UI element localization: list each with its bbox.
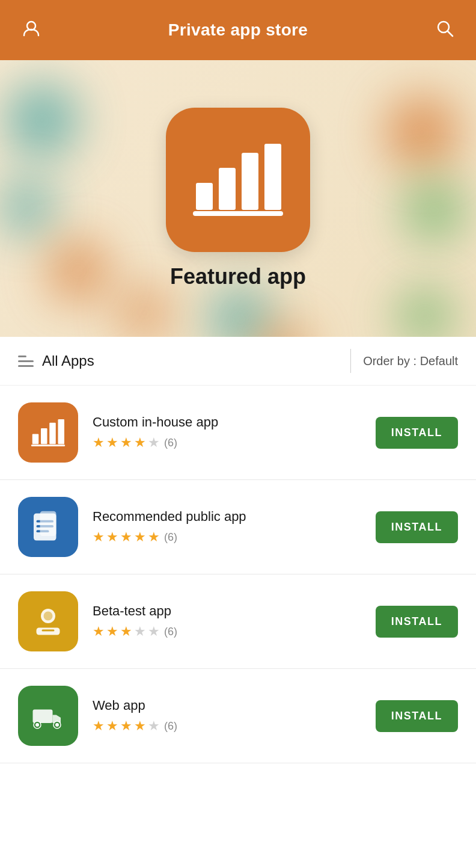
star-1: ★ (93, 435, 105, 451)
star-4: ★ (134, 435, 146, 451)
app-name: Custom in-house app (93, 414, 361, 430)
search-icon[interactable] (435, 19, 454, 42)
svg-line-2 (448, 31, 453, 36)
star-5: ★ (148, 624, 160, 639)
app-name: Beta-test app (93, 603, 361, 619)
filter-bar: All Apps Order by : Default (0, 337, 476, 386)
divider (350, 349, 351, 373)
app-icon-beta-test[interactable] (18, 591, 78, 651)
star-3: ★ (120, 624, 132, 639)
star-2: ★ (106, 624, 118, 639)
featured-banner: Featured app (0, 60, 476, 337)
star-2: ★ (106, 529, 118, 545)
app-icon-web-app[interactable] (18, 686, 78, 746)
star-4: ★ (134, 718, 146, 734)
rating-count: (6) (164, 720, 177, 733)
app-icon-custom-inhouse[interactable] (18, 402, 78, 463)
svg-rect-7 (193, 211, 283, 216)
star-rating: ★ ★ ★ ★ ★ (6) (93, 624, 361, 639)
app-icon-recommended-public[interactable] (18, 497, 78, 557)
star-5: ★ (148, 435, 160, 451)
star-5: ★ (148, 718, 160, 734)
svg-point-27 (55, 723, 59, 727)
star-3: ★ (120, 435, 132, 451)
rating-count: (6) (164, 626, 177, 638)
svg-rect-22 (33, 710, 53, 724)
svg-rect-10 (49, 422, 56, 444)
star-1: ★ (93, 624, 105, 639)
list-item: Web app ★ ★ ★ ★ ★ (6) INSTALL (0, 669, 476, 763)
profile-icon[interactable] (22, 19, 41, 42)
star-4: ★ (134, 624, 146, 639)
star-2: ★ (106, 435, 118, 451)
star-rating: ★ ★ ★ ★ ★ (6) (93, 435, 361, 451)
rating-count: (6) (164, 531, 177, 544)
featured-label: Featured app (170, 264, 306, 289)
list-item: Custom in-house app ★ ★ ★ ★ ★ (6) INSTAL… (0, 386, 476, 480)
rating-count: (6) (164, 437, 177, 449)
svg-rect-8 (32, 434, 39, 444)
app-name: Recommended public app (93, 509, 361, 525)
list-item: Beta-test app ★ ★ ★ ★ ★ (6) INSTALL (0, 574, 476, 669)
svg-rect-4 (219, 168, 236, 210)
star-2: ★ (106, 718, 118, 734)
install-button[interactable]: INSTALL (376, 606, 458, 638)
svg-rect-12 (31, 445, 65, 446)
app-info: Custom in-house app ★ ★ ★ ★ ★ (6) (93, 414, 361, 451)
header-title: Private app store (168, 20, 308, 40)
svg-rect-5 (242, 153, 258, 210)
filter-label[interactable]: All Apps (42, 352, 94, 369)
svg-point-20 (44, 612, 53, 621)
svg-rect-3 (196, 183, 213, 210)
svg-rect-11 (58, 419, 65, 444)
star-4: ★ (134, 529, 146, 545)
svg-rect-9 (41, 428, 47, 444)
svg-point-25 (35, 723, 39, 727)
svg-rect-17 (40, 511, 56, 536)
svg-rect-21 (42, 630, 55, 632)
star-3: ★ (120, 718, 132, 734)
install-button[interactable]: INSTALL (376, 511, 458, 543)
featured-app-icon[interactable] (166, 108, 310, 252)
order-by[interactable]: Order by : Default (363, 354, 458, 368)
star-3: ★ (120, 529, 132, 545)
star-rating: ★ ★ ★ ★ ★ (6) (93, 529, 361, 545)
app-name: Web app (93, 698, 361, 713)
install-button[interactable]: INSTALL (376, 417, 458, 449)
app-header: Private app store (0, 0, 476, 60)
menu-icon[interactable] (18, 356, 34, 367)
svg-rect-6 (264, 144, 281, 210)
star-1: ★ (93, 529, 105, 545)
star-5: ★ (148, 529, 160, 545)
install-button[interactable]: INSTALL (376, 700, 458, 732)
star-rating: ★ ★ ★ ★ ★ (6) (93, 718, 361, 734)
star-1: ★ (93, 718, 105, 734)
list-item: Recommended public app ★ ★ ★ ★ ★ (6) INS… (0, 480, 476, 574)
app-list: Custom in-house app ★ ★ ★ ★ ★ (6) INSTAL… (0, 386, 476, 763)
app-info: Recommended public app ★ ★ ★ ★ ★ (6) (93, 509, 361, 545)
app-info: Web app ★ ★ ★ ★ ★ (6) (93, 698, 361, 734)
app-info: Beta-test app ★ ★ ★ ★ ★ (6) (93, 603, 361, 639)
